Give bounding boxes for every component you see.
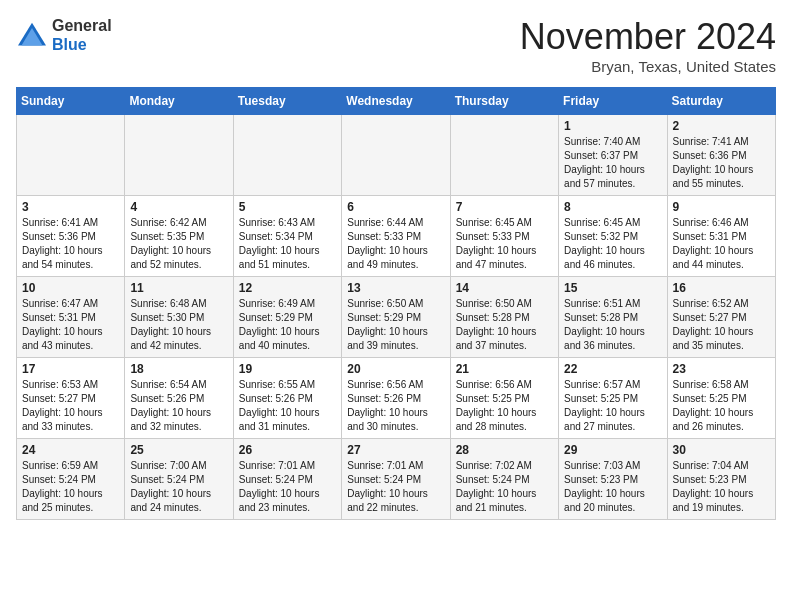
day-info: Sunrise: 6:51 AM Sunset: 5:28 PM Dayligh… [564,297,661,353]
weekday-header: Friday [559,88,667,115]
day-info: Sunrise: 6:41 AM Sunset: 5:36 PM Dayligh… [22,216,119,272]
day-number: 14 [456,281,553,295]
calendar-cell: 7Sunrise: 6:45 AM Sunset: 5:33 PM Daylig… [450,196,558,277]
calendar-cell: 12Sunrise: 6:49 AM Sunset: 5:29 PM Dayli… [233,277,341,358]
day-info: Sunrise: 6:43 AM Sunset: 5:34 PM Dayligh… [239,216,336,272]
day-number: 12 [239,281,336,295]
day-number: 26 [239,443,336,457]
day-number: 10 [22,281,119,295]
day-info: Sunrise: 6:44 AM Sunset: 5:33 PM Dayligh… [347,216,444,272]
day-info: Sunrise: 6:53 AM Sunset: 5:27 PM Dayligh… [22,378,119,434]
calendar-cell: 28Sunrise: 7:02 AM Sunset: 5:24 PM Dayli… [450,439,558,520]
calendar-cell: 23Sunrise: 6:58 AM Sunset: 5:25 PM Dayli… [667,358,775,439]
day-number: 21 [456,362,553,376]
day-info: Sunrise: 7:02 AM Sunset: 5:24 PM Dayligh… [456,459,553,515]
calendar-cell [342,115,450,196]
calendar-cell [450,115,558,196]
day-info: Sunrise: 6:48 AM Sunset: 5:30 PM Dayligh… [130,297,227,353]
day-info: Sunrise: 7:04 AM Sunset: 5:23 PM Dayligh… [673,459,770,515]
calendar-cell: 11Sunrise: 6:48 AM Sunset: 5:30 PM Dayli… [125,277,233,358]
day-number: 15 [564,281,661,295]
day-info: Sunrise: 6:58 AM Sunset: 5:25 PM Dayligh… [673,378,770,434]
calendar-cell [233,115,341,196]
logo: General Blue [16,16,112,54]
calendar-cell: 6Sunrise: 6:44 AM Sunset: 5:33 PM Daylig… [342,196,450,277]
calendar-cell: 29Sunrise: 7:03 AM Sunset: 5:23 PM Dayli… [559,439,667,520]
calendar-cell: 25Sunrise: 7:00 AM Sunset: 5:24 PM Dayli… [125,439,233,520]
calendar-cell [125,115,233,196]
day-info: Sunrise: 6:54 AM Sunset: 5:26 PM Dayligh… [130,378,227,434]
calendar-cell: 26Sunrise: 7:01 AM Sunset: 5:24 PM Dayli… [233,439,341,520]
day-number: 13 [347,281,444,295]
calendar-cell: 16Sunrise: 6:52 AM Sunset: 5:27 PM Dayli… [667,277,775,358]
logo-icon [16,21,48,49]
calendar-cell: 1Sunrise: 7:40 AM Sunset: 6:37 PM Daylig… [559,115,667,196]
day-number: 19 [239,362,336,376]
calendar-cell: 15Sunrise: 6:51 AM Sunset: 5:28 PM Dayli… [559,277,667,358]
day-number: 28 [456,443,553,457]
day-number: 27 [347,443,444,457]
location: Bryan, Texas, United States [520,58,776,75]
day-info: Sunrise: 6:50 AM Sunset: 5:29 PM Dayligh… [347,297,444,353]
calendar-cell: 14Sunrise: 6:50 AM Sunset: 5:28 PM Dayli… [450,277,558,358]
day-number: 8 [564,200,661,214]
calendar-table: SundayMondayTuesdayWednesdayThursdayFrid… [16,87,776,520]
calendar-cell: 19Sunrise: 6:55 AM Sunset: 5:26 PM Dayli… [233,358,341,439]
calendar-header: SundayMondayTuesdayWednesdayThursdayFrid… [17,88,776,115]
weekday-row: SundayMondayTuesdayWednesdayThursdayFrid… [17,88,776,115]
day-number: 9 [673,200,770,214]
day-info: Sunrise: 6:56 AM Sunset: 5:26 PM Dayligh… [347,378,444,434]
weekday-header: Saturday [667,88,775,115]
calendar-cell: 24Sunrise: 6:59 AM Sunset: 5:24 PM Dayli… [17,439,125,520]
month-title: November 2024 [520,16,776,58]
day-number: 23 [673,362,770,376]
day-info: Sunrise: 6:45 AM Sunset: 5:33 PM Dayligh… [456,216,553,272]
logo-text: General Blue [52,16,112,54]
calendar-cell: 10Sunrise: 6:47 AM Sunset: 5:31 PM Dayli… [17,277,125,358]
calendar-cell: 22Sunrise: 6:57 AM Sunset: 5:25 PM Dayli… [559,358,667,439]
day-number: 3 [22,200,119,214]
day-number: 2 [673,119,770,133]
day-info: Sunrise: 6:49 AM Sunset: 5:29 PM Dayligh… [239,297,336,353]
calendar-cell: 9Sunrise: 6:46 AM Sunset: 5:31 PM Daylig… [667,196,775,277]
day-info: Sunrise: 7:01 AM Sunset: 5:24 PM Dayligh… [239,459,336,515]
day-number: 11 [130,281,227,295]
day-info: Sunrise: 7:41 AM Sunset: 6:36 PM Dayligh… [673,135,770,191]
weekday-header: Wednesday [342,88,450,115]
day-number: 20 [347,362,444,376]
day-number: 17 [22,362,119,376]
calendar-week: 10Sunrise: 6:47 AM Sunset: 5:31 PM Dayli… [17,277,776,358]
calendar-cell: 27Sunrise: 7:01 AM Sunset: 5:24 PM Dayli… [342,439,450,520]
day-info: Sunrise: 6:57 AM Sunset: 5:25 PM Dayligh… [564,378,661,434]
calendar-body: 1Sunrise: 7:40 AM Sunset: 6:37 PM Daylig… [17,115,776,520]
day-number: 1 [564,119,661,133]
calendar-week: 3Sunrise: 6:41 AM Sunset: 5:36 PM Daylig… [17,196,776,277]
day-number: 22 [564,362,661,376]
weekday-header: Thursday [450,88,558,115]
weekday-header: Monday [125,88,233,115]
day-number: 7 [456,200,553,214]
day-info: Sunrise: 6:50 AM Sunset: 5:28 PM Dayligh… [456,297,553,353]
day-number: 24 [22,443,119,457]
day-info: Sunrise: 7:40 AM Sunset: 6:37 PM Dayligh… [564,135,661,191]
day-info: Sunrise: 7:01 AM Sunset: 5:24 PM Dayligh… [347,459,444,515]
day-info: Sunrise: 6:46 AM Sunset: 5:31 PM Dayligh… [673,216,770,272]
day-info: Sunrise: 7:00 AM Sunset: 5:24 PM Dayligh… [130,459,227,515]
page-header: General Blue November 2024 Bryan, Texas,… [16,16,776,75]
calendar-cell: 30Sunrise: 7:04 AM Sunset: 5:23 PM Dayli… [667,439,775,520]
calendar-cell [17,115,125,196]
day-info: Sunrise: 6:56 AM Sunset: 5:25 PM Dayligh… [456,378,553,434]
calendar-cell: 3Sunrise: 6:41 AM Sunset: 5:36 PM Daylig… [17,196,125,277]
day-number: 4 [130,200,227,214]
calendar-cell: 21Sunrise: 6:56 AM Sunset: 5:25 PM Dayli… [450,358,558,439]
day-number: 30 [673,443,770,457]
calendar-cell: 18Sunrise: 6:54 AM Sunset: 5:26 PM Dayli… [125,358,233,439]
calendar-cell: 8Sunrise: 6:45 AM Sunset: 5:32 PM Daylig… [559,196,667,277]
day-info: Sunrise: 7:03 AM Sunset: 5:23 PM Dayligh… [564,459,661,515]
day-number: 18 [130,362,227,376]
weekday-header: Tuesday [233,88,341,115]
calendar-week: 1Sunrise: 7:40 AM Sunset: 6:37 PM Daylig… [17,115,776,196]
day-info: Sunrise: 6:45 AM Sunset: 5:32 PM Dayligh… [564,216,661,272]
day-info: Sunrise: 6:55 AM Sunset: 5:26 PM Dayligh… [239,378,336,434]
day-number: 16 [673,281,770,295]
